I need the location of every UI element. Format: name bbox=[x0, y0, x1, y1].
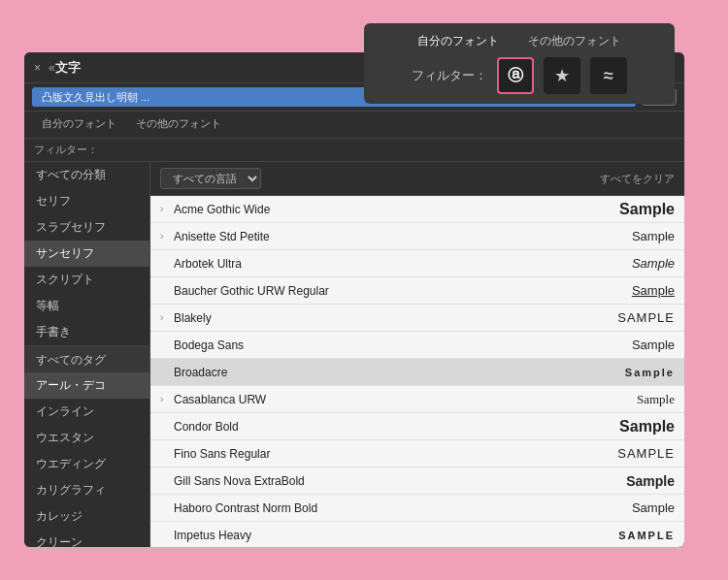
adobe-icon: ⓐ bbox=[508, 66, 523, 86]
tilde-filter-button[interactable]: ≈ bbox=[590, 57, 627, 94]
font-sample: Sample bbox=[597, 367, 675, 378]
language-dropdown[interactable]: すべての言語 bbox=[160, 168, 261, 189]
font-sample: SAMPLE bbox=[597, 310, 675, 325]
font-name: Fino Sans Regular bbox=[174, 447, 597, 461]
sub-tab-my-fonts[interactable]: 自分のフォント bbox=[32, 112, 126, 138]
font-sample: Sample bbox=[597, 500, 675, 515]
sidebar-item-college[interactable]: カレッジ bbox=[24, 503, 149, 530]
font-row[interactable]: ›Casablanca URWSample bbox=[150, 386, 684, 413]
font-name: Blakely bbox=[174, 311, 597, 325]
filter-label-top: フィルター： bbox=[412, 67, 487, 84]
sidebar-item-script[interactable]: スクリプト bbox=[24, 267, 149, 293]
font-sample: Sample bbox=[597, 256, 675, 271]
tilde-icon: ≈ bbox=[604, 66, 613, 86]
sidebar-item-monospace[interactable]: 等幅 bbox=[24, 293, 149, 319]
sidebar-item-art-deco[interactable]: アール・デコ bbox=[24, 372, 149, 399]
font-row[interactable]: ›BlakelySAMPLE bbox=[150, 305, 684, 332]
sidebar-item-calligraphy[interactable]: カリグラフィ bbox=[24, 477, 149, 503]
font-sample: SAMPLE bbox=[597, 446, 675, 461]
font-row[interactable]: Impetus HeavySAMPLE bbox=[150, 522, 684, 547]
tab-my-fonts-top[interactable]: 自分のフォント bbox=[417, 33, 499, 49]
font-sample: Sample bbox=[597, 229, 675, 243]
top-floating-panel: 自分のフォント その他のフォント フィルター： ⓐ ★ ≈ bbox=[364, 23, 675, 104]
font-row[interactable]: ›Anisette Std PetiteSample bbox=[150, 223, 684, 250]
tab-other-fonts-top[interactable]: その他のフォント bbox=[528, 33, 621, 49]
font-name: Bodega Sans bbox=[174, 338, 597, 352]
sidebar-item-all-categories[interactable]: すべての分類 bbox=[24, 162, 149, 188]
clear-all-button[interactable]: すべてをクリア bbox=[600, 172, 675, 186]
font-row[interactable]: Condor BoldSample bbox=[150, 413, 684, 440]
sidebar-item-wedding[interactable]: ウエディング bbox=[24, 451, 149, 477]
font-sample: Sample bbox=[597, 473, 675, 489]
font-list-controls: すべての言語 すべてをクリア bbox=[150, 162, 684, 196]
adobe-filter-button[interactable]: ⓐ bbox=[497, 57, 534, 94]
font-name: Broadacre bbox=[174, 366, 597, 379]
font-sample: Sample bbox=[597, 201, 675, 218]
sidebar-item-handwriting[interactable]: 手書き bbox=[24, 319, 149, 345]
font-row[interactable]: Gill Sans Nova ExtraBoldSample bbox=[150, 467, 684, 495]
tags-section-header: すべてのタグ bbox=[24, 345, 149, 372]
panel-title: 文字 bbox=[55, 59, 81, 77]
close-icon[interactable]: × bbox=[34, 61, 41, 75]
font-list-area: すべての言語 すべてをクリア ›Acme Gothic WideSample›A… bbox=[150, 162, 684, 547]
font-sample: Sample bbox=[597, 392, 675, 407]
top-panel-tabs: 自分のフォント その他のフォント bbox=[378, 33, 661, 49]
screenshot-container: 自分のフォント その他のフォント フィルター： ⓐ ★ ≈ × « 文字 ≡ bbox=[24, 23, 704, 557]
filter-label-main: フィルター： bbox=[34, 143, 98, 157]
font-name: Acme Gothic Wide bbox=[174, 203, 597, 216]
star-icon: ★ bbox=[554, 65, 570, 86]
font-name: Arbotek Ultra bbox=[174, 257, 597, 271]
font-name: Haboro Contrast Norm Bold bbox=[174, 501, 597, 515]
sidebar-item-western[interactable]: ウエスタン bbox=[24, 425, 149, 451]
font-row[interactable]: Baucher Gothic URW RegularSample bbox=[150, 277, 684, 305]
top-filter-row: フィルター： ⓐ ★ ≈ bbox=[378, 57, 661, 94]
font-row[interactable]: Haboro Contrast Norm BoldSample bbox=[150, 495, 684, 522]
star-filter-button[interactable]: ★ bbox=[544, 57, 580, 94]
sidebar-item-slab-serif[interactable]: スラブセリフ bbox=[24, 214, 149, 241]
font-sample: Sample bbox=[597, 418, 675, 435]
font-list: ›Acme Gothic WideSample›Anisette Std Pet… bbox=[150, 196, 684, 547]
left-sidebar: すべての分類 セリフ スラブセリフ サンセリフ スクリプト 等幅 手書き すべて… bbox=[24, 162, 150, 547]
sidebar-item-sans-serif[interactable]: サンセリフ bbox=[24, 241, 149, 267]
font-sample: Sample bbox=[597, 338, 675, 352]
main-panel: × « 文字 ≡ 凸版文久見出し明朝 ... 自分のフォント その他のフォント … bbox=[24, 52, 684, 547]
font-row-arrow: › bbox=[160, 204, 174, 214]
font-name: Condor Bold bbox=[174, 420, 597, 434]
sidebar-item-clean[interactable]: クリーン bbox=[24, 530, 149, 547]
panel-content: すべての分類 セリフ スラブセリフ サンセリフ スクリプト 等幅 手書き すべて… bbox=[24, 162, 684, 547]
font-sample: SAMPLE bbox=[597, 530, 675, 541]
font-name: Gill Sans Nova ExtraBold bbox=[174, 474, 597, 488]
font-row[interactable]: ›Acme Gothic WideSample bbox=[150, 196, 684, 223]
font-row[interactable]: Fino Sans RegularSAMPLE bbox=[150, 440, 684, 467]
font-row[interactable]: Arbotek UltraSample bbox=[150, 250, 684, 277]
font-name: Anisette Std Petite bbox=[174, 230, 597, 243]
expand-icon[interactable]: « bbox=[49, 61, 55, 75]
font-row-arrow: › bbox=[160, 312, 174, 323]
sidebar-item-inline[interactable]: インライン bbox=[24, 399, 149, 425]
font-row-arrow: › bbox=[160, 394, 174, 404]
sub-tab-other-fonts[interactable]: その他のフォント bbox=[126, 112, 231, 138]
font-name: Baucher Gothic URW Regular bbox=[174, 284, 597, 298]
font-name: Impetus Heavy bbox=[174, 529, 597, 542]
sidebar-item-serif[interactable]: セリフ bbox=[24, 188, 149, 214]
font-sample: Sample bbox=[597, 283, 675, 298]
font-row-arrow: › bbox=[160, 231, 174, 242]
font-row[interactable]: BroadacreSample bbox=[150, 359, 684, 386]
sub-tabs: 自分のフォント その他のフォント bbox=[24, 112, 684, 139]
font-name: Casablanca URW bbox=[174, 393, 597, 406]
font-row[interactable]: Bodega SansSample bbox=[150, 332, 684, 359]
